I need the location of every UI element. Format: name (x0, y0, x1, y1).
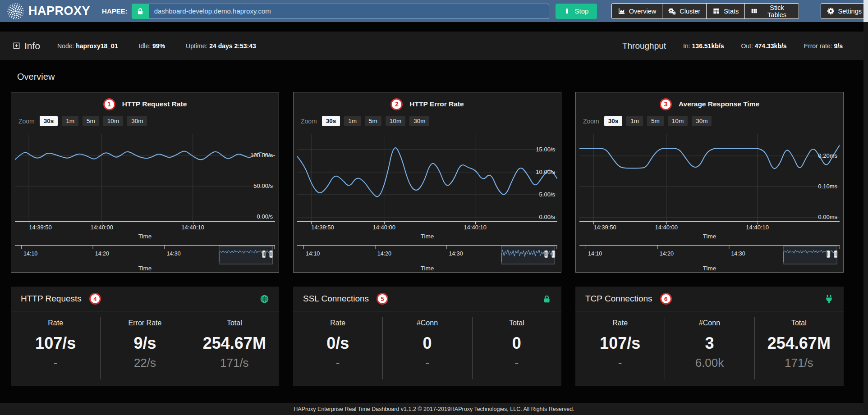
ssl-lock-indicator (132, 4, 149, 19)
charts-row: 1 HTTP Request Rate Zoom 30s 1m 5m 10m 3… (11, 92, 857, 273)
axis-tick-mark (311, 221, 312, 224)
x-axis-title: Time (15, 233, 275, 242)
zoom-10m-button[interactable]: 10m (103, 116, 123, 126)
zoom-5m-button[interactable]: 5m (83, 116, 99, 126)
zoom-controls: Zoom 30s 1m 5m 10m 30m (18, 115, 275, 127)
y-axis-tick: 100.00/s (250, 152, 273, 159)
zoom-30m-button[interactable]: 30m (127, 116, 147, 126)
main-content: Overview 1 HTTP Request Rate Zoom 30s 1m… (0, 72, 868, 386)
navigator-tick: 14:20 (95, 251, 109, 257)
stat-value: 254.67M (754, 334, 844, 353)
x-axis-tick: 14:39:50 (311, 224, 334, 231)
navigator-svg[interactable] (579, 245, 840, 265)
table-icon (712, 7, 720, 15)
stat-cards-row: HTTP Requests 4 Rate 107/s - Error Rate … (11, 287, 857, 386)
nav-button-overview[interactable]: Overview (611, 3, 662, 19)
info-toggle[interactable]: Info (13, 41, 40, 51)
stop-button[interactable]: Stop (556, 4, 597, 19)
zoom-1m-button[interactable]: 1m (626, 116, 643, 126)
chart-plot-area[interactable]: 15.00/s 10.00/s 5.00/s 0.00/s (297, 134, 557, 221)
y-axis-tick: 0.20ms (818, 152, 837, 159)
chart-plot-area[interactable]: 100.00/s 50.00/s 0.00/s (15, 134, 275, 221)
navigator-handle[interactable] (545, 251, 548, 258)
stat-column-rate: Rate 107/s - (575, 311, 665, 386)
navigator-svg[interactable] (297, 245, 557, 265)
nav-button-stick-tables[interactable]: Stick Tables (744, 3, 799, 19)
zoom-30m-button[interactable]: 30m (409, 116, 429, 126)
zoom-1m-button[interactable]: 1m (62, 116, 78, 126)
x-axis-tick: 14:40:00 (90, 224, 113, 231)
axis-tick-mark (593, 221, 594, 224)
stat-label: #Conn (665, 319, 754, 327)
zoom-controls: Zoom 30s 1m 5m 10m 30m (583, 115, 840, 127)
x-axis-tick: 14:40:00 (372, 224, 395, 231)
url-input[interactable] (149, 4, 549, 19)
nav-overview-label: Overview (629, 8, 656, 15)
navigator-tick: 14:20 (377, 251, 391, 257)
scrollbar-thumb[interactable] (863, 0, 868, 22)
stat-label: #Conn (382, 319, 472, 327)
zoom-10m-button[interactable]: 10m (668, 116, 688, 126)
info-bar: Info Node: haproxy18_01 Idle: 99% Uptime… (0, 32, 868, 60)
gear-icon (827, 7, 835, 15)
zoom-30s-button[interactable]: 30s (322, 116, 340, 126)
url-group (132, 4, 549, 19)
stat-label: Rate (11, 319, 100, 327)
navigator-axis-title: Time (579, 265, 840, 273)
nav-button-cluster[interactable]: Cluster (662, 3, 707, 19)
globe-icon (260, 294, 269, 304)
navigator-axis-title: Time (15, 265, 275, 273)
throughput-group: Throughput In: 136.51kb/s Out: 474.33kb/… (622, 41, 843, 51)
chart-icon (618, 7, 625, 15)
axis-tick-mark (102, 221, 102, 224)
stat-sub-value: - (293, 356, 382, 370)
navigator-handle[interactable] (552, 251, 555, 258)
axis-tick-mark (29, 221, 29, 224)
card-title: SSL Connections (303, 294, 369, 304)
navigator-handle[interactable] (834, 251, 837, 258)
axis-tick-mark (384, 221, 385, 224)
chart-title: Average Response Time (679, 100, 759, 108)
chart-plot-area[interactable]: 0.20ms 0.10ms 0.00ms (579, 134, 840, 221)
stat-value: 3 (665, 334, 754, 353)
navigator-axis-title: Time (297, 265, 557, 273)
info-label: Info (24, 41, 40, 51)
y-axis-tick: 15.00/s (536, 146, 555, 153)
settings-button[interactable]: Settings (821, 3, 868, 19)
navigator[interactable]: 14:10 14:20 14:30 (15, 245, 275, 265)
card-title: HTTP Requests (21, 294, 82, 304)
page-scrollbar[interactable] (863, 0, 868, 415)
zoom-5m-button[interactable]: 5m (647, 116, 664, 126)
x-axis-tick: 14:39:50 (29, 224, 52, 231)
axis-tick-mark (758, 221, 758, 224)
zoom-30s-button[interactable]: 30s (40, 116, 58, 126)
navigator[interactable]: 14:10 14:20 14:30 (297, 245, 557, 265)
navigator-svg[interactable] (15, 245, 275, 265)
stat-value: 0 (382, 334, 472, 353)
zoom-30m-button[interactable]: 30m (692, 116, 712, 126)
navigator-handle[interactable] (262, 251, 266, 258)
stop-button-label: Stop (574, 7, 588, 15)
stat-column-total: Total 0 - (472, 311, 561, 386)
error-rate-info: Error rate: 9/s (804, 42, 843, 50)
nav-button-stats[interactable]: Stats (706, 3, 745, 19)
axis-tick-mark (475, 221, 476, 224)
stat-label: Rate (575, 319, 665, 327)
card-badge: 6 (660, 293, 672, 305)
navigator-tick: 14:10 (306, 251, 320, 257)
zoom-5m-button[interactable]: 5m (365, 116, 381, 126)
navigator-handle[interactable] (270, 251, 273, 258)
navigator[interactable]: 14:10 14:20 14:30 (579, 245, 840, 265)
zoom-1m-button[interactable]: 1m (344, 116, 361, 126)
stat-label: Error Rate (100, 319, 189, 327)
zoom-10m-button[interactable]: 10m (386, 116, 405, 126)
navigator-handle[interactable] (827, 251, 830, 258)
zoom-label: Zoom (583, 118, 599, 125)
card-tcp-connections: TCP Connections 6 Rate 107/s - #Conn 3 6… (575, 287, 844, 386)
x-axis-tick: 14:40:10 (464, 224, 487, 231)
chart-line-svg (579, 134, 840, 221)
zoom-30s-button[interactable]: 30s (604, 116, 623, 126)
node-info: Node: haproxy18_01 (57, 42, 118, 50)
brand-title: HAPROXY (28, 4, 90, 18)
stat-sub-value: - (575, 356, 665, 370)
